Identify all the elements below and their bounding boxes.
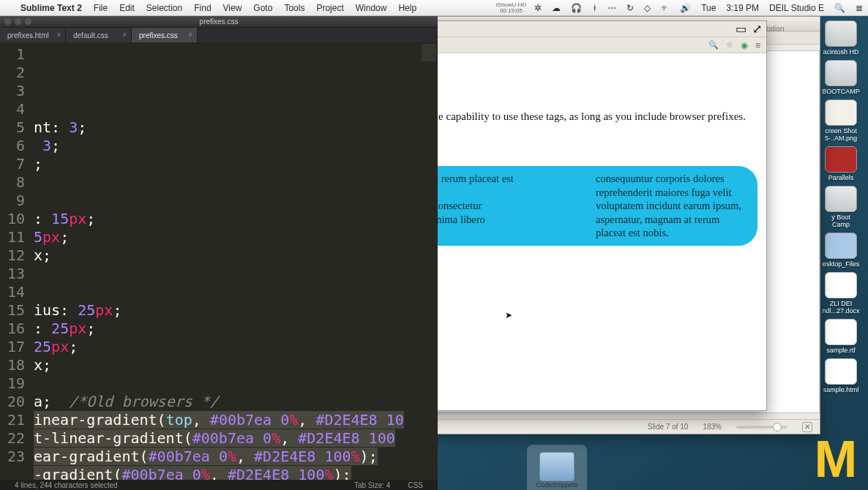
tab-size[interactable]: Tab Size: 4 xyxy=(345,481,399,489)
status-icon-1[interactable]: ✲ xyxy=(529,3,547,13)
overflow-icon[interactable]: ⋯ xyxy=(602,3,621,13)
desktop-drive-bootcamp[interactable]: BOOTCAMP xyxy=(823,60,859,95)
menu-edit[interactable]: Edit xyxy=(113,3,141,13)
tab-label: prefixes.css xyxy=(139,31,178,39)
window-maximize-icon[interactable]: ⤢ xyxy=(752,24,762,34)
sync-icon[interactable]: ↻ xyxy=(621,3,639,13)
tab-label: prefixes.html xyxy=(7,31,49,39)
tab-close-icon[interactable]: × xyxy=(122,31,127,39)
tab-close-icon[interactable]: × xyxy=(188,31,192,39)
menu-view[interactable]: View xyxy=(217,3,248,13)
diamond-icon[interactable]: ◇ xyxy=(639,3,656,13)
tab-prefixes-css[interactable]: prefixes.css × xyxy=(132,28,198,42)
clock-time[interactable]: 3:19 PM xyxy=(721,3,764,13)
firefox-titlebar[interactable]: tation ▭ ⤢ xyxy=(422,21,766,37)
wifi-icon[interactable]: ᯤ xyxy=(656,3,675,13)
sublime-statusbar: 4 lines, 244 characters selected Tab Siz… xyxy=(0,480,438,490)
user-menu[interactable]: DEIL Studio E xyxy=(764,3,829,13)
window-traffic-lights[interactable] xyxy=(4,18,31,25)
desktop-file-parallels[interactable]: Parallels xyxy=(823,146,859,181)
desktop-icon-strip: acintosh HD BOOTCAMP creen Shot 5-..AM.p… xyxy=(823,20,865,393)
volume-icon[interactable]: 🔊 xyxy=(675,3,696,13)
pocket-icon[interactable]: ◉ xyxy=(741,40,748,50)
menu-goto[interactable]: Goto xyxy=(247,3,278,13)
sublime-window[interactable]: prefixes.css prefixes.html × default.css… xyxy=(0,16,438,490)
page-body-text: e the capability to use these tags, as l… xyxy=(422,110,757,123)
selection-info: 4 lines, 244 characters selected xyxy=(6,481,127,489)
menu-project[interactable]: Project xyxy=(310,3,349,13)
desktop-folder-desktopfiles[interactable]: esktop_Files xyxy=(823,233,859,268)
tab-close-icon[interactable]: × xyxy=(56,31,61,39)
mouse-cursor-icon: ➤ xyxy=(505,310,512,320)
zoom-slider[interactable] xyxy=(736,426,787,429)
column-1: ı at rerum placeat est t, consectetur mi… xyxy=(425,172,575,240)
michigan-logo: M xyxy=(815,437,855,481)
menu-find[interactable]: Find xyxy=(188,3,217,13)
hamburger-menu-icon[interactable]: ≡ xyxy=(755,40,760,50)
sublime-title-text: prefixes.css xyxy=(200,18,239,26)
slide-indicator: Slide 7 of 10 xyxy=(648,423,689,431)
sublime-titlebar[interactable]: prefixes.css xyxy=(0,16,438,28)
column-2: consequuntur corporis dolores reprehende… xyxy=(596,172,746,240)
page-heading-tail: ıt xyxy=(422,140,757,157)
cloud-icon[interactable]: ☁ xyxy=(547,3,566,13)
code-area[interactable]: nt: 3; 3; ; : 15px; 5px; x; ius: 25px; :… xyxy=(31,42,438,480)
powerpoint-statusbar: Slide 7 of 10 183% ✕ xyxy=(422,419,820,434)
tab-default-css[interactable]: default.css × xyxy=(66,28,132,42)
dock-folder-codesnippets[interactable]: CodeSnippets xyxy=(536,452,578,489)
sublime-tabs: prefixes.html × default.css × prefixes.c… xyxy=(0,28,438,42)
folder-icon xyxy=(539,452,575,481)
firefox-rendered-page: e the capability to use these tags, as l… xyxy=(422,110,766,255)
line-gutter: 1 2 3 4 5 6 7 8 9 10 11 12 13 14 15 16 1… xyxy=(0,42,31,480)
desktop-file-html[interactable]: sample.html xyxy=(823,358,859,393)
tab-prefixes-html[interactable]: prefixes.html × xyxy=(0,28,66,42)
dock-label: CodeSnippets xyxy=(536,481,578,489)
app-menu[interactable]: Sublime Text 2 xyxy=(15,3,88,13)
clock-day[interactable]: Tue xyxy=(696,3,721,13)
syntax-mode[interactable]: CSS xyxy=(399,481,432,489)
headphones-icon[interactable]: 🎧 xyxy=(566,3,587,13)
desktop-file-docx[interactable]: ZLI DEI ndl...27.docx xyxy=(823,272,859,314)
bluetooth-icon[interactable]: ᚼ xyxy=(587,3,602,13)
menu-window[interactable]: Window xyxy=(350,3,393,13)
menu-selection[interactable]: Selection xyxy=(141,3,188,13)
minimize-icon[interactable] xyxy=(15,18,21,25)
firefox-window[interactable]: tation ▭ ⤢ 🔍 ☆ ◉ ≡ e the capability to u… xyxy=(422,20,767,411)
desktop-file-screenshot[interactable]: creen Shot 5-..AM.png xyxy=(823,99,859,142)
minimap[interactable] xyxy=(422,44,436,88)
menu-help[interactable]: Help xyxy=(392,3,422,13)
zoom-icon[interactable] xyxy=(25,18,31,25)
zoom-icon[interactable]: 🔍 xyxy=(708,40,719,50)
desktop-file-rtf[interactable]: sample.rtf xyxy=(823,319,859,354)
dock: CodeSnippets xyxy=(527,445,587,490)
close-icon[interactable] xyxy=(4,18,11,25)
exit-show-button[interactable]: ✕ xyxy=(802,422,812,432)
sublime-editor[interactable]: 1 2 3 4 5 6 7 8 9 10 11 12 13 14 15 16 1… xyxy=(0,42,438,480)
spotlight-icon[interactable]: 🔍 xyxy=(829,3,850,13)
mac-menubar: Sublime Text 2 File Edit Selection Find … xyxy=(0,0,868,16)
zoom-level[interactable]: 183% xyxy=(703,423,722,431)
ishowu-status-icon[interactable]: iShowU HD 00:19:05 xyxy=(493,2,529,14)
window-minimize-icon[interactable]: ▭ xyxy=(736,24,746,34)
menu-file[interactable]: File xyxy=(88,3,113,13)
notification-center-icon[interactable]: ≣ xyxy=(850,3,868,13)
desktop-drive-macintosh-hd[interactable]: acintosh HD xyxy=(823,20,859,56)
firefox-toolbar: 🔍 ☆ ◉ ≡ xyxy=(422,37,766,53)
bookmark-star-icon[interactable]: ☆ xyxy=(726,40,733,50)
menu-tools[interactable]: Tools xyxy=(278,3,310,13)
multi-column-box: ı at rerum placeat est t, consectetur mi… xyxy=(422,166,757,246)
tab-label: default.css xyxy=(73,31,108,39)
desktop-drive-bootcamp2[interactable]: y Boot Camp xyxy=(823,186,859,228)
firefox-tab-title: tation xyxy=(766,25,784,33)
